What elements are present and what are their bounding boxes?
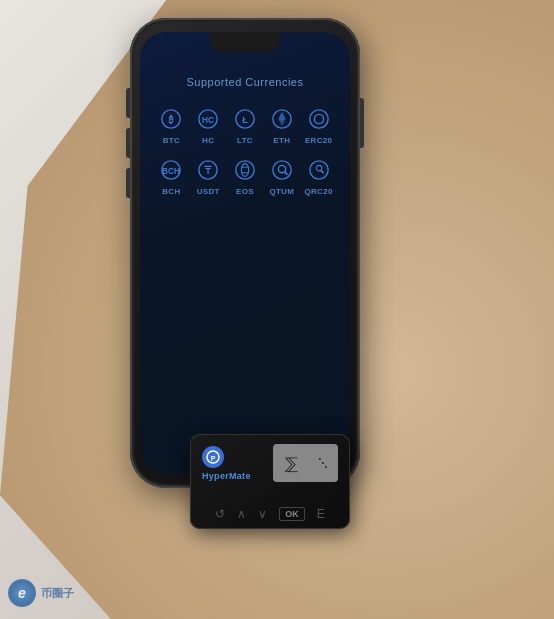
svg-point-9: [309, 110, 327, 128]
phone-volume-up-button: [126, 88, 130, 118]
svg-text:Ł: Ł: [242, 115, 248, 125]
svg-text:₿: ₿: [168, 114, 174, 125]
qrc20-icon: [306, 157, 332, 183]
list-item: ₿ BTC: [156, 106, 187, 145]
qtum-icon: [269, 157, 295, 183]
svg-point-10: [314, 114, 323, 123]
erc20-icon: [306, 106, 332, 132]
hw-logo: P: [202, 446, 224, 468]
hw-extra-button[interactable]: E: [317, 507, 325, 521]
watermark-icon: e: [8, 579, 36, 607]
nfc-line-3: [313, 466, 327, 468]
screen-title: Supported Currencies: [186, 76, 303, 88]
ltc-label: LTC: [237, 136, 253, 145]
list-item: HC HC: [193, 106, 224, 145]
usdt-icon: T: [195, 157, 221, 183]
list-item: EOS: [230, 157, 261, 196]
hw-wallet-header: P HyperMate ⅀: [202, 444, 338, 482]
phone-volume-down-button: [126, 128, 130, 158]
eth-icon: [269, 106, 295, 132]
phone-power-button: [360, 98, 364, 148]
hw-down-button[interactable]: ∨: [258, 507, 267, 521]
nfc-indicator: [313, 458, 327, 468]
bch-label: BCH: [162, 187, 180, 196]
svg-point-21: [278, 165, 285, 172]
svg-line-25: [320, 170, 323, 173]
eos-icon: [232, 157, 258, 183]
list-item: QRC20: [303, 157, 334, 196]
phone-silent-button: [126, 168, 130, 198]
list-item: ERC20: [303, 106, 334, 145]
list-item: T USDT: [193, 157, 224, 196]
svg-point-20: [273, 161, 291, 179]
qrc20-label: QRC20: [304, 187, 332, 196]
btc-label: BTC: [163, 136, 180, 145]
hw-ok-button[interactable]: OK: [279, 507, 305, 521]
btc-icon: ₿: [158, 106, 184, 132]
usdt-label: USDT: [197, 187, 220, 196]
hw-brand-name: HyperMate: [202, 471, 251, 481]
eos-label: EOS: [236, 187, 254, 196]
watermark-text: 币圈子: [41, 586, 74, 601]
list-item: Ł LTC: [230, 106, 261, 145]
phone: Supported Currencies ₿ BTC: [130, 18, 360, 488]
svg-text:HC: HC: [202, 116, 214, 125]
hc-label: HC: [202, 136, 214, 145]
svg-line-22: [285, 172, 288, 175]
hw-brand: P HyperMate: [202, 446, 251, 481]
hc-icon: HC: [195, 106, 221, 132]
svg-text:BCH: BCH: [162, 167, 180, 176]
bluetooth-icon: ⅀: [285, 454, 298, 473]
hw-back-button[interactable]: ↺: [215, 507, 225, 521]
list-item: QTUM: [266, 157, 297, 196]
currency-grid: ₿ BTC HC HC: [156, 106, 334, 196]
erc20-label: ERC20: [305, 136, 332, 145]
hardware-wallet: P HyperMate ⅀ ↺ ∧ ∨ OK E: [190, 434, 350, 529]
svg-point-17: [241, 164, 248, 177]
hw-screen: ⅀: [273, 444, 338, 482]
list-item: ETH: [266, 106, 297, 145]
svg-point-24: [316, 165, 322, 171]
hw-buttons-row: ↺ ∧ ∨ OK E: [202, 507, 338, 521]
phone-body: Supported Currencies ₿ BTC: [130, 18, 360, 488]
svg-text:P: P: [211, 454, 216, 461]
ltc-icon: Ł: [232, 106, 258, 132]
svg-text:e: e: [18, 585, 26, 601]
svg-text:T: T: [205, 166, 211, 176]
nfc-line-1: [313, 458, 321, 460]
bch-icon: BCH: [158, 157, 184, 183]
phone-notch: [210, 32, 280, 52]
list-item: BCH BCH: [156, 157, 187, 196]
phone-screen: Supported Currencies ₿ BTC: [140, 32, 350, 474]
qtum-label: QTUM: [269, 187, 294, 196]
hw-up-button[interactable]: ∧: [237, 507, 246, 521]
eth-label: ETH: [273, 136, 290, 145]
nfc-line-2: [313, 462, 324, 464]
watermark: e 币圈子: [8, 579, 74, 607]
svg-point-23: [309, 161, 327, 179]
